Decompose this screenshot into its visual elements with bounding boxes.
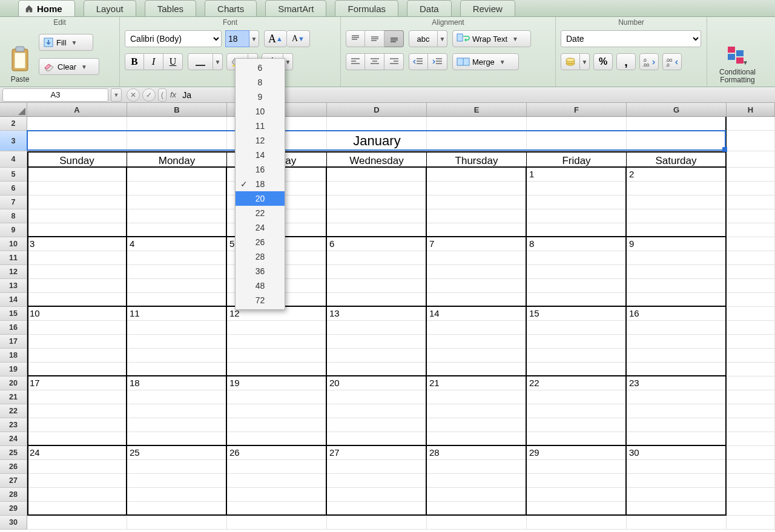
clear-button[interactable]: Clear▼ — [39, 58, 99, 75]
calendar-cell[interactable]: 17 — [27, 376, 127, 446]
align-right-button[interactable] — [384, 53, 404, 70]
orientation-button[interactable]: abc — [409, 30, 438, 47]
row-header-18[interactable]: 18 — [0, 349, 27, 363]
font-size-option-48[interactable]: 48 — [236, 278, 285, 293]
font-size-option-24[interactable]: 24 — [236, 220, 285, 235]
row-header-17[interactable]: 17 — [0, 335, 27, 349]
select-all-corner[interactable] — [0, 103, 27, 116]
column-header-E[interactable]: E — [427, 103, 527, 116]
font-size-dropdown[interactable]: ▼ — [249, 30, 259, 47]
calendar-cell[interactable]: 18 — [127, 376, 227, 446]
calendar-cell[interactable]: 26 — [227, 446, 327, 516]
row-header-12[interactable]: 12 — [0, 265, 27, 279]
row-header-2[interactable]: 2 — [0, 117, 27, 131]
calendar-cell[interactable]: 21 — [427, 376, 527, 446]
row-header-19[interactable]: 19 — [0, 363, 27, 376]
calendar-cell[interactable] — [27, 168, 127, 237]
font-size-option-22[interactable]: 22 — [236, 206, 285, 220]
cell-grid[interactable]: JanuarySundayMondayTuesdayWednesdayThurs… — [27, 117, 775, 532]
font-size-option-8[interactable]: 8 — [236, 75, 285, 90]
day-header-monday[interactable]: Monday — [127, 151, 227, 168]
calendar-cell[interactable]: 3 — [27, 237, 127, 307]
decrease-indent-button[interactable] — [409, 53, 428, 70]
column-header-A[interactable]: A — [27, 103, 127, 116]
font-name-select[interactable]: Calibri (Body) — [125, 30, 222, 47]
font-size-menu[interactable]: 689101112141618✓2022242628364872 — [235, 58, 285, 310]
align-bottom-button[interactable] — [384, 30, 404, 47]
column-header-H[interactable]: H — [727, 103, 775, 116]
currency-button[interactable] — [561, 53, 580, 70]
align-center-button[interactable] — [365, 53, 384, 70]
merge-button[interactable]: Merge▼ — [452, 53, 519, 70]
border-button[interactable] — [188, 53, 213, 70]
font-size-option-9[interactable]: 9 — [236, 90, 285, 104]
calendar-cell[interactable]: 13 — [327, 307, 427, 376]
tab-data[interactable]: Data — [407, 0, 452, 16]
calendar-cell[interactable]: 20 — [327, 376, 427, 446]
currency-dropdown[interactable]: ▼ — [580, 53, 590, 70]
row-header-10[interactable]: 10 — [0, 237, 27, 251]
calendar-cell[interactable] — [327, 168, 427, 237]
increase-indent-button[interactable] — [428, 53, 447, 70]
formula-builder-button[interactable]: ( — [158, 88, 167, 102]
row-header-9[interactable]: 9 — [0, 223, 27, 237]
align-top-button[interactable] — [346, 30, 365, 47]
column-header-F[interactable]: F — [527, 103, 627, 116]
tab-formulas[interactable]: Formulas — [335, 0, 398, 16]
calendar-cell[interactable]: 29 — [527, 446, 627, 516]
name-box-dropdown[interactable]: ▼ — [111, 88, 122, 102]
font-size-option-12[interactable]: 12 — [236, 133, 285, 148]
row-header-29[interactable]: 29 — [0, 502, 27, 516]
font-size-option-26[interactable]: 26 — [236, 235, 285, 249]
row-header-7[interactable]: 7 — [0, 195, 27, 209]
row-header-24[interactable]: 24 — [0, 432, 27, 446]
row-header-16[interactable]: 16 — [0, 321, 27, 335]
decrease-decimal-button[interactable]: .00.0 — [662, 53, 682, 70]
column-header-B[interactable]: B — [127, 103, 227, 116]
calendar-cell[interactable] — [127, 168, 227, 237]
wrap-text-button[interactable]: Wrap Text▼ — [452, 30, 531, 47]
calendar-cell[interactable]: 19 — [227, 376, 327, 446]
row-header-23[interactable]: 23 — [0, 418, 27, 432]
row-header-8[interactable]: 8 — [0, 209, 27, 223]
calendar-cell[interactable]: 15 — [527, 307, 627, 376]
row-header-20[interactable]: 20 — [0, 376, 27, 390]
increase-decimal-button[interactable]: .0.00 — [639, 53, 659, 70]
calendar-cell[interactable]: 22 — [527, 376, 627, 446]
day-header-wednesday[interactable]: Wednesday — [327, 151, 427, 168]
calendar-cell[interactable]: 14 — [427, 307, 527, 376]
grow-font-button[interactable]: A▲ — [264, 30, 287, 47]
calendar-cell[interactable]: 4 — [127, 237, 227, 307]
calendar-cell[interactable]: 30 — [627, 446, 727, 516]
calendar-cell[interactable]: 6 — [327, 237, 427, 307]
font-size-input[interactable] — [225, 30, 249, 47]
column-header-G[interactable]: G — [627, 103, 727, 116]
row-header-25[interactable]: 25 — [0, 446, 27, 460]
percent-button[interactable]: % — [593, 53, 613, 70]
row-header-28[interactable]: 28 — [0, 488, 27, 502]
font-size-option-11[interactable]: 11 — [236, 119, 285, 133]
font-size-option-18[interactable]: 18✓ — [236, 177, 285, 191]
tab-tables[interactable]: Tables — [145, 0, 196, 16]
calendar-cell[interactable]: 10 — [27, 307, 127, 376]
confirm-edit-button[interactable]: ✓ — [142, 88, 156, 102]
tab-home[interactable]: Home — [18, 0, 75, 16]
cancel-edit-button[interactable]: ✕ — [127, 88, 140, 102]
bold-button[interactable]: B — [125, 53, 144, 70]
tab-charts[interactable]: Charts — [205, 0, 257, 16]
calendar-cell[interactable]: 7 — [427, 237, 527, 307]
calendar-cell[interactable]: 24 — [27, 446, 127, 516]
align-middle-button[interactable] — [365, 30, 384, 47]
row-header-11[interactable]: 11 — [0, 251, 27, 265]
row-header-6[interactable]: 6 — [0, 182, 27, 195]
calendar-cell[interactable]: 23 — [627, 376, 727, 446]
calendar-cell[interactable]: 8 — [527, 237, 627, 307]
row-header-26[interactable]: 26 — [0, 460, 27, 474]
row-header-3[interactable]: 3 — [0, 131, 27, 151]
calendar-cell[interactable]: 12 — [227, 307, 327, 376]
row-header-13[interactable]: 13 — [0, 279, 27, 293]
calendar-cell[interactable]: 16 — [627, 307, 727, 376]
row-header-4[interactable]: 4 — [0, 151, 27, 168]
row-header-21[interactable]: 21 — [0, 390, 27, 404]
font-size-option-20[interactable]: 20 — [236, 191, 285, 206]
